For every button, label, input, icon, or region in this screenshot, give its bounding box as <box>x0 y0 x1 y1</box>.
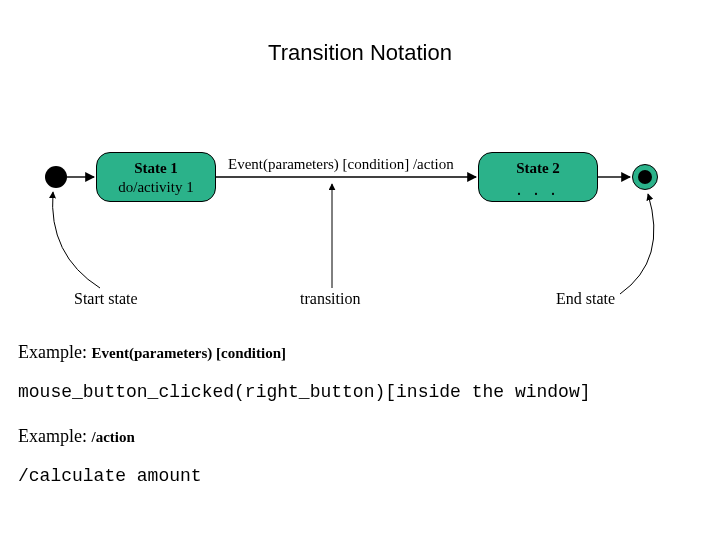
example-2-line: Example: /action <box>18 426 135 447</box>
diagram-title: Transition Notation <box>0 40 720 66</box>
start-state-caption: Start state <box>74 290 138 308</box>
end-state-inner-icon <box>638 170 652 184</box>
example-1-code: mouse_button_clicked(right_button)[insid… <box>18 382 591 402</box>
end-state-caption: End state <box>556 290 615 308</box>
example-1-prefix: Example: <box>18 342 91 362</box>
example-2-bold: /action <box>91 429 134 445</box>
transition-label-text: Event(parameters) [condition] /action <box>228 156 454 173</box>
example-1-line: Example: Event(parameters) [condition] <box>18 342 286 363</box>
state-2-box: State 2 . . . <box>478 152 598 202</box>
state-1-box: State 1 do/activity 1 <box>96 152 216 202</box>
start-state-icon <box>45 166 67 188</box>
example-2-code: /calculate amount <box>18 466 202 486</box>
state-2-name: State 2 <box>479 159 597 178</box>
state-1-activity: do/activity 1 <box>97 178 215 197</box>
diagram-arrows <box>0 0 720 540</box>
transition-caption: transition <box>300 290 360 308</box>
example-1-bold: Event(parameters) [condition] <box>91 345 286 361</box>
example-2-prefix: Example: <box>18 426 91 446</box>
state-2-ellipsis: . . . <box>479 178 597 201</box>
state-1-name: State 1 <box>97 159 215 178</box>
